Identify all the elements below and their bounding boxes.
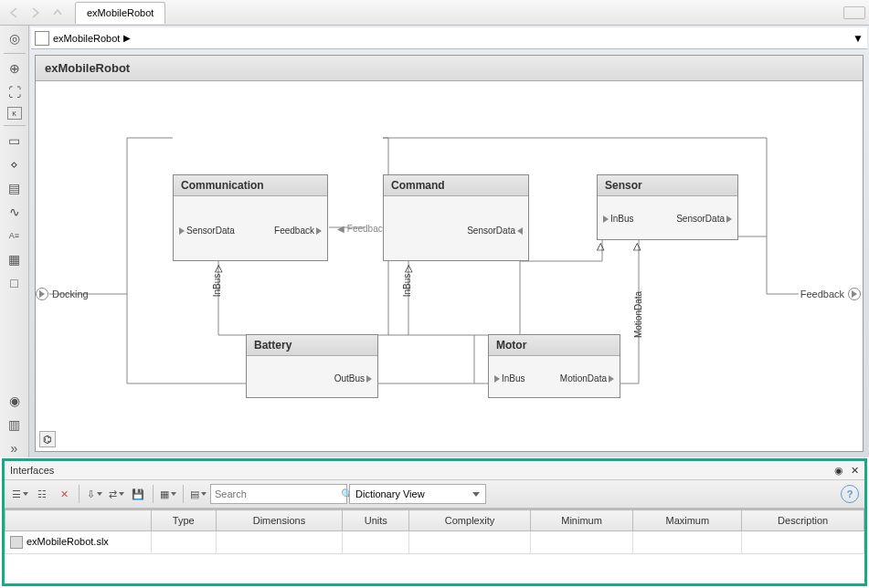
port-inbus-comm: InBus (212, 274, 222, 298)
table-row[interactable]: exMobileRobot.slx (5, 531, 864, 554)
diagram-canvas[interactable]: exMobileRobot Communicat (35, 55, 864, 452)
chart-icon[interactable]: ∿ (5, 203, 24, 221)
keyboard-icon[interactable] (843, 6, 865, 19)
port-feedback: Feedback (274, 226, 323, 236)
panel-icon[interactable]: ▭ (5, 131, 24, 150)
diagram: Communication SensorData Feedback InBus … (36, 83, 863, 451)
image-icon[interactable]: ▦ (5, 250, 24, 268)
nav-back-button[interactable] (4, 3, 24, 23)
block-command[interactable]: Command SensorData (383, 174, 529, 261)
fit-icon[interactable]: ⛶ (5, 83, 24, 101)
tab-label: exMobileRobot (87, 7, 154, 18)
port-inbus: InBus (601, 214, 634, 224)
canvas-container: exMobileRobot ▶ ▼ exMobileRobot (29, 26, 869, 457)
column-description[interactable]: Description (742, 510, 864, 531)
port-triangle-icon: △ (633, 240, 641, 252)
block-sensor[interactable]: Sensor InBus SensorData (597, 174, 738, 240)
view-select-label: Dictionary View (355, 488, 425, 499)
port-sensordata: SensorData (676, 214, 734, 224)
column-minimum[interactable]: Minimum (530, 510, 633, 531)
breadcrumb-bar: exMobileRobot ▶ ▼ (31, 27, 867, 49)
interfaces-panel: Interfaces ◉ ✕ ☰ ☷ ✕ ⇩ ⇄ 💾 ▦ ▤ 🔍 Diction… (5, 461, 864, 583)
add-element-button[interactable]: ☷ (32, 484, 52, 504)
code-icon[interactable]: ⋄ (5, 155, 24, 173)
interfaces-table: Type Dimensions Units Complexity Minimum… (5, 509, 864, 583)
port-inbus: InBus (493, 373, 525, 383)
model-icon (35, 31, 49, 46)
left-sidebar: ◎ ⊕ ⛶ ĸ ▭ ⋄ ▤ ∿ A≡ ▦ □ ◉ ▥ » (0, 26, 29, 457)
search-box[interactable]: 🔍 (210, 484, 347, 504)
interfaces-titlebar: Interfaces ◉ ✕ (5, 461, 864, 479)
breadcrumb-text[interactable]: exMobileRobot (53, 33, 120, 44)
save-button[interactable]: 💾 (128, 484, 148, 504)
ext-feedback-label: ◀ Feedback (337, 224, 387, 234)
port-triangle-icon: △ (405, 262, 412, 274)
port-outbus: OutBus (334, 373, 374, 383)
breadcrumb-arrow-icon[interactable]: ▶ (123, 33, 131, 43)
block-title: Battery (247, 335, 377, 356)
more-icon[interactable]: » (5, 439, 24, 457)
block-title: Communication (174, 175, 327, 196)
block-title: Sensor (598, 175, 737, 196)
port-triangle-icon: △ (597, 240, 604, 252)
block-title: Motor (489, 335, 620, 356)
wires-layer (36, 83, 863, 451)
add-interface-button[interactable]: ☰ (10, 484, 30, 504)
view-button[interactable]: ▤ (188, 484, 208, 504)
view-select[interactable]: Dictionary View (349, 484, 486, 504)
camera-icon[interactable]: ◉ (5, 392, 24, 410)
column-name[interactable] (5, 510, 152, 531)
empty-box-icon[interactable]: □ (5, 274, 24, 292)
minimize-icon[interactable]: ◉ (834, 465, 843, 477)
help-button[interactable]: ? (841, 485, 859, 503)
target-icon[interactable]: ◎ (5, 29, 24, 47)
filter-button[interactable]: ▦ (158, 484, 178, 504)
delete-button[interactable]: ✕ (54, 484, 74, 504)
breadcrumb-dropdown-icon[interactable]: ▼ (853, 32, 864, 45)
port-sensordata: SensorData (177, 226, 235, 236)
interfaces-title: Interfaces (10, 465, 54, 476)
interfaces-toolbar: ☰ ☷ ✕ ⇩ ⇄ 💾 ▦ ▤ 🔍 Dictionary View ? (5, 479, 864, 509)
port-motiondata: MotionData (560, 373, 616, 383)
feedback-label: Feedback (800, 289, 844, 299)
text-icon[interactable]: A≡ (5, 226, 24, 245)
document-tab[interactable]: exMobileRobot (75, 2, 165, 24)
column-maximum[interactable]: Maximum (633, 510, 742, 531)
block-motor[interactable]: Motor InBus MotionData (488, 334, 620, 398)
column-type[interactable]: Type (152, 510, 217, 531)
block-title: Command (384, 175, 528, 196)
port-triangle-icon: △ (215, 262, 222, 274)
search-input[interactable] (215, 488, 341, 499)
block-communication[interactable]: Communication SensorData Feedback (173, 174, 328, 261)
layers-icon[interactable]: ▤ (5, 179, 24, 197)
top-toolbar: exMobileRobot (0, 0, 869, 26)
file-icon (10, 536, 23, 549)
hierarchy-icon[interactable]: ⌬ (39, 431, 56, 447)
column-dimensions[interactable]: Dimensions (216, 510, 343, 531)
docking-label: Docking (52, 289, 89, 299)
model-title: exMobileRobot (36, 56, 863, 81)
main-area: ◎ ⊕ ⛶ ĸ ▭ ⋄ ▤ ∿ A≡ ▦ □ ◉ ▥ » exMobileRob… (0, 26, 869, 457)
port-inbus-cmd: InBus (402, 274, 412, 298)
block-battery[interactable]: Battery OutBus (246, 334, 378, 398)
list-icon[interactable]: ▥ (5, 415, 24, 434)
box-k-icon[interactable]: ĸ (7, 107, 22, 120)
link-button[interactable]: ⇄ (106, 484, 126, 504)
external-port-docking[interactable]: Docking (36, 288, 89, 300)
close-icon[interactable]: ✕ (851, 465, 859, 477)
column-units[interactable]: Units (343, 510, 409, 531)
table-header-row: Type Dimensions Units Complexity Minimum… (5, 510, 864, 531)
port-motiondata-sensor: MotionData (633, 291, 643, 338)
nav-up-button[interactable] (48, 3, 68, 23)
external-port-feedback[interactable]: Feedback (800, 288, 861, 300)
port-sensordata: SensorData (467, 226, 525, 236)
import-button[interactable]: ⇩ (84, 484, 104, 504)
file-name: exMobileRobot.slx (26, 536, 109, 547)
zoom-in-icon[interactable]: ⊕ (5, 59, 24, 78)
column-complexity[interactable]: Complexity (409, 510, 530, 531)
nav-forward-button[interactable] (26, 3, 46, 23)
